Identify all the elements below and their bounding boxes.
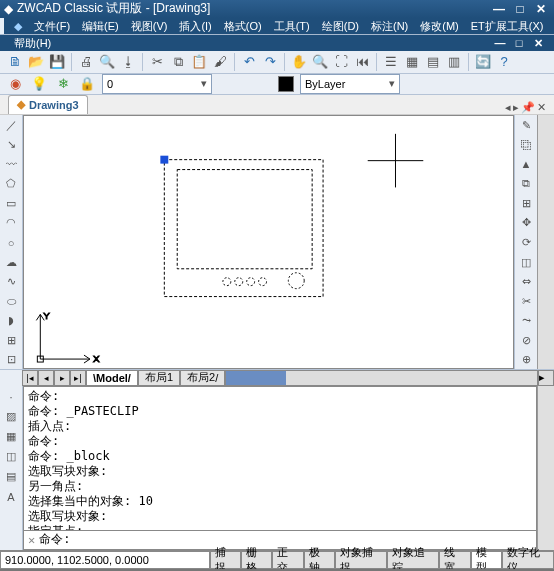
menu-insert[interactable]: 插入(I): [173, 19, 217, 34]
open-icon[interactable]: 📂: [27, 53, 45, 71]
hatch-icon[interactable]: ▨: [2, 408, 20, 426]
menu-draw[interactable]: 绘图(D): [316, 19, 365, 34]
color-combo[interactable]: ByLayer ▾: [300, 74, 400, 94]
design-center-icon[interactable]: ▦: [403, 53, 421, 71]
vertical-scrollbar[interactable]: [537, 115, 554, 369]
stretch-icon[interactable]: ⇔: [517, 273, 535, 291]
mdi-restore-button[interactable]: □: [511, 36, 527, 50]
layout2-tab[interactable]: 布局2/: [180, 370, 225, 386]
preview-icon[interactable]: 🔍: [98, 53, 116, 71]
properties-icon[interactable]: ☰: [382, 53, 400, 71]
recover-icon[interactable]: 🔄: [474, 53, 492, 71]
menu-et[interactable]: ET扩展工具(X): [465, 19, 550, 34]
polygon-icon[interactable]: ⬠: [2, 175, 20, 193]
layer-lock-icon[interactable]: 🔒: [78, 75, 96, 93]
scale-icon[interactable]: ◫: [517, 253, 535, 271]
horizontal-scrollbar[interactable]: [225, 370, 538, 386]
layer-states-icon[interactable]: ◉: [6, 75, 24, 93]
layer-manage-icon[interactable]: 💡: [30, 75, 48, 93]
tab-close-icon[interactable]: ✕: [537, 101, 546, 114]
new-icon[interactable]: 🗎: [6, 53, 24, 71]
menu-help[interactable]: 帮助(H): [8, 36, 57, 51]
copy-icon[interactable]: ⧉: [169, 53, 187, 71]
status-栅格[interactable]: 栅格: [241, 551, 272, 569]
zoom-window-icon[interactable]: ⛶: [332, 53, 350, 71]
maximize-button[interactable]: □: [511, 1, 529, 16]
erase-icon[interactable]: ✎: [517, 117, 535, 135]
mdi-close-button[interactable]: ✕: [530, 36, 546, 50]
cmd-scrollbar[interactable]: [537, 386, 554, 550]
tool-palette-icon[interactable]: ▤: [424, 53, 442, 71]
pan-icon[interactable]: ✋: [290, 53, 308, 71]
status-数字化仪[interactable]: 数字化仪: [502, 551, 554, 569]
make-block-icon[interactable]: ⊡: [2, 351, 20, 369]
publish-icon[interactable]: ⭳: [119, 53, 137, 71]
layout1-tab[interactable]: 布局1: [138, 370, 180, 386]
arc-icon[interactable]: ◠: [2, 214, 20, 232]
menu-file[interactable]: 文件(F): [28, 19, 76, 34]
drawing-canvas[interactable]: Y X: [23, 115, 514, 369]
model-tab[interactable]: \Model/: [86, 370, 138, 386]
paste-icon[interactable]: 📋: [190, 53, 208, 71]
gradient-icon[interactable]: ▦: [2, 428, 20, 446]
tab-scroll-right-icon[interactable]: ▸: [513, 101, 519, 114]
pline-icon[interactable]: 〰: [2, 156, 20, 174]
zoom-prev-icon[interactable]: ⏮: [353, 53, 371, 71]
layer-freeze-icon[interactable]: ❄: [54, 75, 72, 93]
cut-icon[interactable]: ✂: [148, 53, 166, 71]
move-icon[interactable]: ✥: [517, 214, 535, 232]
mdi-minimize-button[interactable]: —: [492, 36, 508, 50]
menu-window[interactable]: 窗口(W): [550, 19, 554, 34]
close-button[interactable]: ✕: [532, 1, 550, 16]
status-对象捕捉[interactable]: 对象捕捉: [335, 551, 387, 569]
trim-icon[interactable]: ✂: [517, 292, 535, 310]
region-icon[interactable]: ◫: [2, 448, 20, 466]
color-swatch[interactable]: [278, 76, 294, 92]
status-线宽[interactable]: 线宽: [439, 551, 470, 569]
spline-icon[interactable]: ∿: [2, 273, 20, 291]
tab-scroll-left-icon[interactable]: ◂: [505, 101, 511, 114]
print-icon[interactable]: 🖨: [77, 53, 95, 71]
array-icon[interactable]: ⊞: [517, 195, 535, 213]
tab-first-icon[interactable]: |◂: [22, 370, 38, 386]
offset-icon[interactable]: ⧉: [517, 175, 535, 193]
status-对象追踪[interactable]: 对象追踪: [387, 551, 439, 569]
match-icon[interactable]: 🖌: [211, 53, 229, 71]
tab-prev-icon[interactable]: ◂: [38, 370, 54, 386]
save-icon[interactable]: 💾: [48, 53, 66, 71]
redo-icon[interactable]: ↷: [261, 53, 279, 71]
document-tab[interactable]: ◆ Drawing3: [8, 95, 88, 114]
scroll-right-icon[interactable]: ▸: [538, 370, 554, 386]
extend-icon[interactable]: ⤳: [517, 312, 535, 330]
rectangle-icon[interactable]: ▭: [2, 195, 20, 213]
menu-edit[interactable]: 编辑(E): [76, 19, 125, 34]
command-history[interactable]: 命令:命令: _PASTECLIP插入点:命令:命令: _block选取写块对象…: [23, 386, 537, 531]
status-正交[interactable]: 正交: [272, 551, 303, 569]
menu-tools[interactable]: 工具(T): [268, 19, 316, 34]
menu-view[interactable]: 视图(V): [125, 19, 174, 34]
help-icon[interactable]: ?: [495, 53, 513, 71]
zoom-rt-icon[interactable]: 🔍: [311, 53, 329, 71]
table-icon[interactable]: ▤: [2, 468, 20, 486]
revcloud-icon[interactable]: ☁: [2, 253, 20, 271]
xline-icon[interactable]: ↘: [2, 136, 20, 154]
rotate-icon[interactable]: ⟳: [517, 234, 535, 252]
point-icon[interactable]: ·: [2, 388, 20, 406]
text-icon[interactable]: A: [2, 488, 20, 506]
circle-icon[interactable]: ○: [2, 234, 20, 252]
menu-dim[interactable]: 标注(N): [365, 19, 414, 34]
line-icon[interactable]: ／: [2, 117, 20, 135]
layer-combo[interactable]: 0 ▾: [102, 74, 212, 94]
ellipse-icon[interactable]: ⬭: [2, 292, 20, 310]
status-模型[interactable]: 模型: [471, 551, 502, 569]
tab-last-icon[interactable]: ▸|: [70, 370, 86, 386]
insert-block-icon[interactable]: ⊞: [2, 331, 20, 349]
menu-modify[interactable]: 修改(M): [414, 19, 465, 34]
pin-icon[interactable]: 📌: [521, 101, 535, 114]
tab-next-icon[interactable]: ▸: [54, 370, 70, 386]
status-捕捉[interactable]: 捕捉: [210, 551, 241, 569]
minimize-button[interactable]: —: [490, 1, 508, 16]
copy-obj-icon[interactable]: ⿻: [517, 136, 535, 154]
status-极轴[interactable]: 极轴: [304, 551, 335, 569]
menu-format[interactable]: 格式(O): [218, 19, 268, 34]
